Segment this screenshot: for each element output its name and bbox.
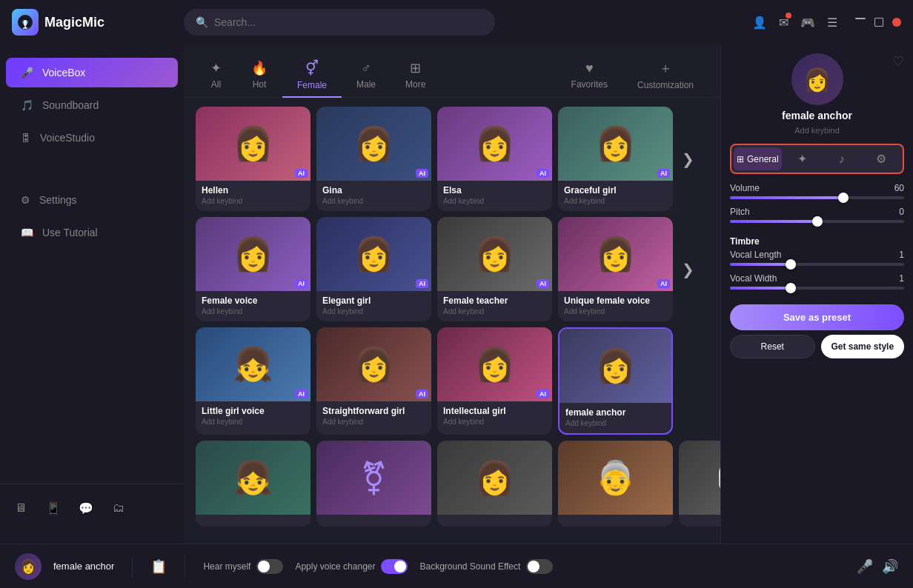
- voicestudio-icon: 🎛: [21, 132, 31, 144]
- graceful-keybind[interactable]: Add keybind: [564, 197, 667, 205]
- sidebar-item-tutorial[interactable]: 📖 Use Tutorial: [6, 218, 178, 247]
- intellectual-keybind[interactable]: Add keybind: [443, 418, 546, 426]
- tab-female[interactable]: ⚥ Female: [282, 53, 342, 98]
- voice-card-female-voice[interactable]: 👩 AI Female voice Add keybind: [196, 217, 311, 321]
- voice-card-hellen[interactable]: 👩 AI Hellen Add keybind: [196, 107, 311, 211]
- panel-tab-general[interactable]: ⊞ General: [734, 147, 782, 170]
- sidebar-item-soundboard[interactable]: 🎵 Soundboard: [6, 90, 178, 120]
- vocal-length-thumb[interactable]: [786, 259, 796, 270]
- volume-track[interactable]: [730, 196, 904, 199]
- maximize-button[interactable]: [874, 18, 883, 27]
- voice-card-r2[interactable]: ⚧: [316, 441, 431, 527]
- little-girl-keybind[interactable]: Add keybind: [202, 418, 305, 426]
- ai-badge: AI: [537, 279, 549, 288]
- straightforward-keybind[interactable]: Add keybind: [322, 418, 425, 426]
- teacher-keybind[interactable]: Add keybind: [443, 307, 546, 315]
- graceful-name: Graceful girl: [564, 185, 667, 196]
- sidebar-item-settings[interactable]: ⚙ Settings: [6, 185, 178, 215]
- vocal-length-track[interactable]: [730, 263, 904, 266]
- sidebar-bottom-icon-2[interactable]: 📱: [39, 493, 68, 523]
- sidebar-bottom-icon-1[interactable]: 🖥: [6, 493, 36, 523]
- voice-card-unique[interactable]: 👩 AI Unique female voice Add keybind: [558, 217, 673, 321]
- vocal-width-thumb[interactable]: [786, 283, 796, 293]
- tab-male[interactable]: ♂ Male: [342, 55, 391, 97]
- row-arrow-2[interactable]: ❯: [679, 217, 697, 321]
- voice-card-little-girl[interactable]: 👧 AI Little girl voice Add keybind: [196, 327, 311, 435]
- tab-male-label: Male: [356, 79, 376, 90]
- apply-changer-control: Apply voice changer: [295, 559, 408, 574]
- minimize-button[interactable]: [855, 18, 866, 19]
- vocal-width-track[interactable]: [730, 287, 904, 290]
- search-icon: 🔍: [196, 16, 208, 28]
- hear-myself-toggle[interactable]: [256, 559, 283, 574]
- speaker-icon[interactable]: 🔊: [882, 558, 898, 575]
- r2-avatar: ⚧: [316, 441, 431, 515]
- pitch-thumb[interactable]: [812, 216, 823, 227]
- row-arrow-1[interactable]: ❯: [679, 107, 697, 211]
- voice-card-graceful[interactable]: 👩 AI Graceful girl Add keybind: [558, 107, 673, 211]
- pitch-label: Pitch: [730, 207, 750, 217]
- pitch-group: Pitch 0: [730, 207, 904, 223]
- settings-icon: ⚙: [21, 194, 30, 206]
- voice-card-r5[interactable]: 🎲: [679, 441, 720, 527]
- vocal-length-group: Vocal Length 1: [730, 250, 904, 266]
- close-button[interactable]: [892, 18, 901, 27]
- voice-card-elsa[interactable]: 👩 AI Elsa Add keybind: [437, 107, 552, 211]
- sidebar-bottom-icon-4[interactable]: 🗂: [104, 493, 133, 523]
- app-logo-icon: [12, 9, 39, 36]
- tab-customization[interactable]: ＋ Customization: [622, 53, 708, 98]
- tab-all[interactable]: ✦ All: [196, 54, 236, 97]
- voice-card-r4[interactable]: 👵: [558, 441, 673, 527]
- tab-hot[interactable]: 🔥 Hot: [236, 54, 282, 97]
- clipboard-icon[interactable]: 📋: [150, 558, 167, 575]
- tab-more[interactable]: ⊞ More: [391, 54, 440, 97]
- menu-icon[interactable]: ☰: [827, 16, 837, 30]
- sidebar-bottom-icon-3[interactable]: 💬: [71, 493, 101, 523]
- reset-button[interactable]: Reset: [730, 335, 815, 358]
- female-anchor-avatar: 👩: [560, 329, 671, 403]
- voice-card-elegant[interactable]: 👩 AI Elegant girl Add keybind: [316, 217, 431, 321]
- window-controls: [855, 18, 901, 27]
- unique-keybind[interactable]: Add keybind: [564, 307, 667, 315]
- panel-tab-fx[interactable]: ✦: [783, 147, 821, 170]
- discord-icon[interactable]: 🎮: [800, 16, 815, 30]
- category-tabs: ✦ All 🔥 Hot ⚥ Female ♂ Male ⊞ More ♥: [184, 44, 720, 98]
- save-preset-button[interactable]: Save as preset: [730, 304, 904, 330]
- microphone-icon[interactable]: 🎤: [857, 558, 873, 575]
- search-input[interactable]: [214, 16, 483, 28]
- female-anchor-keybind[interactable]: Add keybind: [565, 419, 665, 427]
- panel-voice-name: female anchor: [782, 110, 852, 121]
- account-icon[interactable]: 👤: [752, 16, 767, 30]
- gina-keybind[interactable]: Add keybind: [322, 197, 425, 205]
- sidebar-item-voicestudio[interactable]: 🎛 VoiceStudio: [6, 123, 178, 153]
- volume-thumb[interactable]: [838, 193, 849, 203]
- voice-card-female-anchor[interactable]: 👩 female anchor Add keybind: [558, 327, 673, 435]
- voice-card-teacher[interactable]: 👩 AI Female teacher Add keybind: [437, 217, 552, 321]
- voice-card-straightforward[interactable]: 👩 AI Straightforward girl Add keybind: [316, 327, 431, 435]
- panel-tab-tune[interactable]: ⚙: [863, 147, 900, 170]
- tab-favorites[interactable]: ♥ Favorites: [557, 55, 622, 97]
- apply-changer-toggle[interactable]: [381, 559, 408, 574]
- elegant-keybind[interactable]: Add keybind: [322, 307, 425, 315]
- hellen-keybind[interactable]: Add keybind: [202, 197, 305, 205]
- pitch-track[interactable]: [730, 220, 904, 223]
- mail-icon[interactable]: ✉: [779, 16, 788, 30]
- all-icon: ✦: [210, 60, 222, 76]
- panel-keybind[interactable]: Add keybind: [794, 126, 840, 135]
- get-same-style-button[interactable]: Get same style: [821, 335, 905, 358]
- female-voice-keybind[interactable]: Add keybind: [202, 307, 305, 315]
- voice-card-r1[interactable]: 👧: [196, 441, 311, 527]
- voice-card-r3[interactable]: 👩: [437, 441, 552, 527]
- elsa-keybind[interactable]: Add keybind: [443, 197, 546, 205]
- search-bar[interactable]: 🔍: [184, 9, 495, 36]
- bg-sound-control: Background Sound Effect: [419, 559, 553, 574]
- sidebar-item-voicebox[interactable]: 🎤 VoiceBox: [6, 58, 178, 87]
- voice-card-intellectual[interactable]: 👩 AI Intellectual girl Add keybind: [437, 327, 552, 435]
- vocal-width-fill: [730, 287, 791, 290]
- graceful-avatar: 👩 AI: [558, 107, 673, 181]
- voice-card-gina[interactable]: 👩 AI Gina Add keybind: [316, 107, 431, 211]
- bg-sound-toggle[interactable]: [526, 559, 553, 574]
- favorite-icon[interactable]: ♡: [892, 53, 904, 70]
- vocal-width-group: Vocal Width 1: [730, 273, 904, 290]
- panel-tab-music[interactable]: ♪: [823, 147, 860, 170]
